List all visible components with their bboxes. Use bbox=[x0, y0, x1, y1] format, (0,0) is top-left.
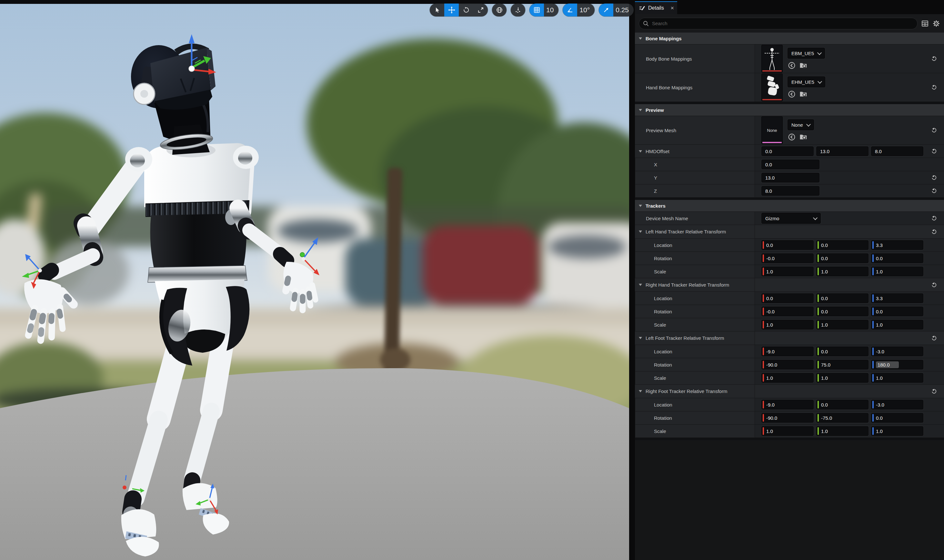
value-field[interactable]: -3.0 bbox=[871, 400, 923, 409]
asset-select-dropdown[interactable]: EBM_UE5 bbox=[788, 48, 825, 58]
section-header-bone-mappings[interactable]: Bone Mappings bbox=[635, 32, 944, 45]
reset-to-default-button[interactable] bbox=[931, 335, 937, 341]
value-field[interactable]: 0.0 bbox=[816, 400, 868, 409]
property-row-scale: Scale1.01.01.0 bbox=[635, 265, 944, 278]
value-field[interactable]: 1.0 bbox=[816, 426, 868, 436]
reset-to-default-button[interactable] bbox=[931, 175, 937, 180]
value-field[interactable]: 0.0 bbox=[871, 413, 923, 423]
value-field[interactable]: -90.0 bbox=[761, 413, 814, 423]
expander-arrow[interactable] bbox=[639, 37, 642, 40]
expander-arrow[interactable] bbox=[639, 337, 642, 339]
value-field[interactable]: 0.0 bbox=[871, 254, 923, 263]
value-field[interactable]: 1.0 bbox=[761, 320, 814, 329]
value-field[interactable]: 1.0 bbox=[816, 267, 868, 276]
grid-view-icon[interactable] bbox=[921, 20, 929, 28]
value-field[interactable]: 0.0 bbox=[816, 293, 868, 303]
viewport-toolbar: 10 10° 0.25 0.046 bbox=[430, 3, 635, 17]
value-field[interactable]: 0.0 bbox=[761, 240, 814, 250]
asset-select-dropdown[interactable]: EHM_UE5 bbox=[788, 76, 825, 88]
gear-icon[interactable] bbox=[932, 20, 940, 28]
value-field[interactable]: -3.0 bbox=[871, 346, 923, 356]
device-mesh-dropdown[interactable]: Gizmo bbox=[761, 213, 821, 224]
value-field[interactable]: 13.0 bbox=[816, 146, 868, 156]
grid-snap-toggle[interactable] bbox=[529, 3, 544, 17]
browse-to-asset-button[interactable] bbox=[799, 62, 808, 69]
value-field[interactable]: -0.0 bbox=[761, 254, 814, 263]
reset-to-default-button[interactable] bbox=[931, 85, 937, 90]
value-field[interactable]: -90.0 bbox=[761, 360, 814, 369]
expander-arrow[interactable] bbox=[639, 150, 642, 152]
value-field[interactable]: 13.0 bbox=[761, 173, 819, 183]
transform-header-row-left-hand-tracker-relative-transform: Left Hand Tracker Relative Transform bbox=[635, 225, 944, 238]
angle-snap-toggle[interactable] bbox=[563, 3, 577, 17]
value-field[interactable]: 1.0 bbox=[816, 373, 868, 383]
browse-to-asset-button[interactable] bbox=[799, 90, 808, 98]
value-field[interactable]: 0.0 bbox=[816, 346, 868, 356]
close-icon[interactable]: × bbox=[670, 5, 674, 11]
scale-tool-button[interactable] bbox=[473, 3, 488, 17]
value-field[interactable]: 0.0 bbox=[816, 240, 868, 250]
tab-details[interactable]: Details × bbox=[635, 1, 677, 14]
value-field[interactable]: 0.0 bbox=[816, 306, 868, 316]
use-selected-asset-button[interactable] bbox=[788, 61, 796, 70]
selected-text: 180.0 bbox=[876, 362, 899, 368]
value-field[interactable]: 1.0 bbox=[871, 373, 923, 383]
asset-thumbnail[interactable]: None bbox=[761, 116, 783, 144]
reset-to-default-button[interactable] bbox=[931, 148, 937, 154]
expander-arrow[interactable] bbox=[639, 109, 642, 111]
select-tool-button[interactable] bbox=[430, 3, 444, 17]
value-field[interactable]: 1.0 bbox=[761, 373, 814, 383]
scale-snap-toggle[interactable] bbox=[599, 3, 613, 17]
search-input[interactable] bbox=[639, 18, 918, 29]
asset-thumbnail[interactable] bbox=[761, 74, 783, 101]
asset-select-dropdown[interactable]: None bbox=[788, 119, 814, 130]
use-selected-asset-button[interactable] bbox=[788, 90, 796, 98]
value-field[interactable]: 1.0 bbox=[761, 267, 814, 276]
angle-snap-value[interactable]: 10° bbox=[577, 6, 595, 14]
value-field[interactable]: 3.3 bbox=[871, 293, 923, 303]
value-field[interactable]: 1.0 bbox=[816, 320, 868, 329]
expander-arrow[interactable] bbox=[639, 231, 642, 233]
value-field[interactable]: 8.0 bbox=[871, 146, 923, 156]
expander-arrow[interactable] bbox=[639, 284, 642, 286]
reset-to-default-button[interactable] bbox=[931, 229, 937, 235]
value-field[interactable]: 0.0 bbox=[871, 306, 923, 316]
value-field[interactable]: -9.0 bbox=[761, 400, 814, 409]
browse-to-asset-button[interactable] bbox=[799, 133, 808, 141]
grid-snap-value[interactable]: 10 bbox=[544, 6, 558, 14]
value-field[interactable]: 1.0 bbox=[871, 426, 923, 436]
value-field[interactable]: 0.0 bbox=[761, 160, 819, 169]
expander-arrow[interactable] bbox=[639, 205, 642, 207]
value-field[interactable]: 0.0 bbox=[761, 293, 814, 303]
reset-to-default-button[interactable] bbox=[931, 188, 937, 194]
robot-character bbox=[0, 0, 635, 560]
reset-to-default-button[interactable] bbox=[931, 282, 937, 288]
asset-thumbnail[interactable] bbox=[761, 45, 783, 72]
value-field[interactable]: -9.0 bbox=[761, 346, 814, 356]
value-field[interactable]: 75.0 bbox=[816, 360, 868, 369]
value-field[interactable]: 1.0 bbox=[761, 426, 814, 436]
value-field[interactable]: 180.0 bbox=[871, 360, 923, 369]
world-space-toggle[interactable] bbox=[492, 3, 506, 17]
move-tool-button[interactable] bbox=[444, 3, 459, 17]
reset-to-default-button[interactable] bbox=[931, 388, 937, 394]
scale-snap-value[interactable]: 0.25 bbox=[613, 6, 634, 14]
value-field[interactable]: 1.0 bbox=[871, 320, 923, 329]
value-field[interactable]: 8.0 bbox=[761, 186, 819, 196]
rotate-tool-button[interactable] bbox=[459, 3, 473, 17]
value-field[interactable]: -75.0 bbox=[816, 413, 868, 423]
section-header-trackers[interactable]: Trackers bbox=[635, 200, 944, 212]
use-selected-asset-button[interactable] bbox=[788, 133, 796, 141]
section-header-preview[interactable]: Preview bbox=[635, 104, 944, 116]
reset-to-default-button[interactable] bbox=[931, 127, 937, 133]
viewport-3d[interactable]: 10 10° 0.25 0.046 bbox=[0, 0, 635, 560]
value-field[interactable]: 1.0 bbox=[871, 267, 923, 276]
surface-snap-toggle[interactable] bbox=[511, 3, 525, 17]
reset-to-default-button[interactable] bbox=[931, 215, 937, 221]
value-field[interactable]: -0.0 bbox=[761, 306, 814, 316]
value-field[interactable]: 0.0 bbox=[761, 146, 814, 156]
value-field[interactable]: 3.3 bbox=[871, 240, 923, 250]
value-field[interactable]: 0.0 bbox=[816, 254, 868, 263]
expander-arrow[interactable] bbox=[639, 390, 642, 392]
reset-to-default-button[interactable] bbox=[931, 56, 937, 62]
